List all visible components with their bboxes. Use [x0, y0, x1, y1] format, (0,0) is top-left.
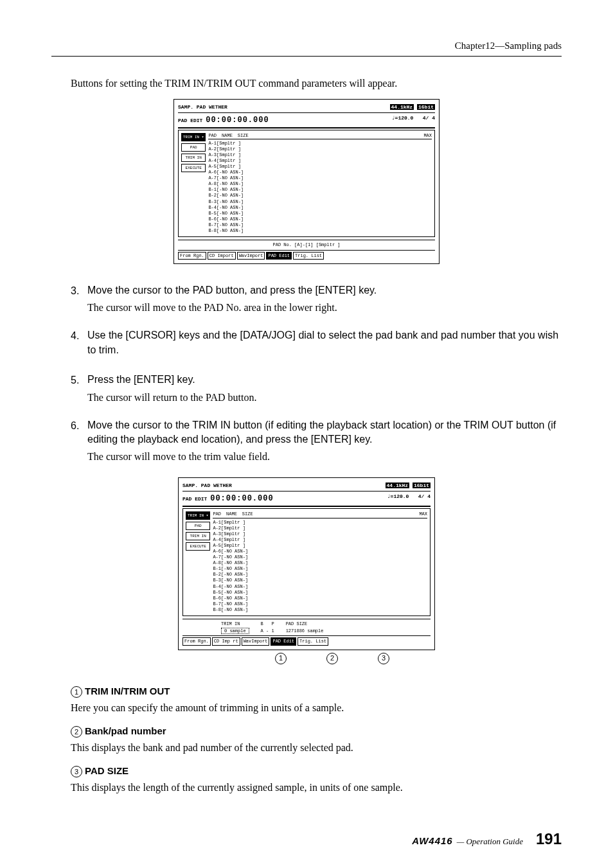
- footer-brand: AW4416: [412, 834, 453, 849]
- lcd-songname: WETHER: [209, 104, 227, 110]
- footer-page-number: 191: [536, 828, 562, 851]
- lcd-btn-execute[interactable]: EXECUTE: [186, 542, 210, 551]
- lcd-row: B-7[-NO ASN-]: [213, 601, 427, 607]
- lcd-tab-cd-import[interactable]: CD Imp rt: [212, 637, 240, 646]
- step-6: 6. Move the cursor to the TRIM IN button…: [51, 418, 562, 465]
- lcd-btn-trim-in-dropdown[interactable]: TRIM IN ▾: [186, 511, 210, 520]
- definition-1: 1 TRIM IN/TRIM OUT Here you can specify …: [71, 684, 562, 716]
- definition-label: Bank/pad number: [85, 725, 166, 736]
- footer-guide: — Operation Guide: [457, 835, 523, 848]
- lcd-timecode: 00:00:00.000: [210, 494, 273, 503]
- annotation-pointers: 1 2 3: [178, 653, 435, 664]
- step-5: 5. Press the [ENTER] key. The cursor wil…: [51, 373, 562, 405]
- lcd-row: A-2[Smpltr ]: [213, 526, 427, 531]
- lcd-row: A-5[Smpltr ]: [213, 543, 427, 549]
- page-footer: AW4416 — Operation Guide 191: [51, 828, 562, 851]
- lcd-tab-wav-import[interactable]: WavImport: [237, 252, 265, 260]
- lcd-col-size: SIZE: [242, 511, 253, 517]
- definition-2: 2 Bank/pad number This displays the bank…: [71, 723, 562, 756]
- lcd-rate: 44.1kHz: [386, 483, 410, 488]
- step-description: The cursor will move to the trim value f…: [87, 449, 562, 465]
- lcd-row: A-8[-NO ASN-]: [208, 181, 432, 187]
- lcd-col-pad: PAD: [213, 511, 221, 517]
- trim-in-label: TRIM IN: [221, 621, 240, 626]
- lcd-tab-pad-edit[interactable]: PAD Edit: [271, 637, 296, 646]
- definition-label: PAD SIZE: [85, 765, 129, 776]
- lcd-row: A-7[-NO ASN-]: [208, 175, 432, 181]
- lcd-row: B-1[-NO ASN-]: [213, 566, 427, 572]
- lcd-row: B-4[-NO ASN-]: [208, 205, 432, 211]
- step-number: 4.: [71, 328, 87, 360]
- definition-3: 3 PAD SIZE This displays the length of t…: [71, 763, 562, 795]
- lcd-row: A-8[-NO ASN-]: [213, 560, 427, 566]
- lcd-row: A-7[-NO ASN-]: [213, 554, 427, 560]
- lcd-tempo: ♩=120.0: [392, 115, 414, 121]
- lcd-btn-trim-in[interactable]: TRIM IN: [186, 532, 210, 540]
- lcd-tab-cd-import[interactable]: CD Import: [208, 252, 236, 260]
- annotation-marker-1: 1: [275, 653, 287, 664]
- chapter-header: Chapter12—Sampling pads: [51, 39, 562, 53]
- header-rule: [51, 56, 562, 57]
- lcd-row: A-5[Smpltr ]: [208, 164, 432, 170]
- lcd-timecode: 00:00:00.000: [206, 116, 269, 125]
- lcd-row: B-7[-NO ASN-]: [208, 222, 432, 228]
- step-number: 6.: [71, 418, 87, 465]
- step-description: The cursor will return to the PAD button…: [87, 390, 562, 405]
- lcd-btn-pad[interactable]: PAD: [181, 143, 206, 152]
- lcd-tempo: ♩=120.0: [387, 493, 409, 499]
- lcd-bits: 16bit: [417, 104, 435, 110]
- pad-size-label: PAD SIZE: [286, 621, 308, 626]
- bank-pad-value: A - 1: [261, 628, 274, 633]
- lcd-pad-no-footer: PAD No. [A]-[1] [Smpltr ]: [178, 240, 435, 249]
- definition-text: This displays the length of the currentl…: [71, 780, 562, 795]
- lcd-btn-trim-in[interactable]: TRIM IN: [181, 154, 206, 162]
- lcd-songname: WETHER: [213, 483, 232, 488]
- lcd-title-2: PAD EDIT: [178, 118, 202, 123]
- lcd-tab-wav-import[interactable]: WavImport: [242, 637, 270, 646]
- definition-text: This displays the bank and pad number of…: [71, 740, 562, 756]
- lcd-btn-trim-in-dropdown[interactable]: TRIM IN ▾: [181, 133, 206, 141]
- lcd-tab-from-rgn[interactable]: From Rgn.: [182, 637, 211, 646]
- lcd-col-max: MAX: [419, 511, 427, 517]
- lcd-row: B-3[-NO ASN-]: [213, 578, 427, 583]
- lcd-col-pad: PAD: [208, 133, 217, 139]
- lcd-meter: 4/ 4: [418, 493, 431, 499]
- lcd-tab-from-rgn[interactable]: From Rgn.: [178, 252, 206, 260]
- trim-in-value[interactable]: 0 sample: [221, 628, 249, 634]
- lcd-row: A-3[Smpltr ]: [208, 152, 432, 158]
- lcd-col-size: SIZE: [238, 133, 249, 139]
- lcd-row: B-6[-NO ASN-]: [208, 217, 432, 222]
- lcd-row: A-1[Smpltr ]: [213, 520, 427, 526]
- lcd-meter: 4/ 4: [423, 115, 435, 121]
- definition-text: Here you can specify the amount of trimm…: [71, 700, 562, 716]
- lcd-row: A-6[-NO ASN-]: [213, 549, 427, 554]
- step-3: 3. Move the cursor to the PAD button, an…: [51, 283, 562, 315]
- lcd-row: A-4[Smpltr ]: [213, 537, 427, 543]
- step-number: 3.: [71, 283, 87, 315]
- lcd-btn-pad[interactable]: PAD: [186, 522, 210, 530]
- lcd-row: B-2[-NO ASN-]: [213, 572, 427, 578]
- lcd-tab-pad-edit[interactable]: PAD Edit: [266, 252, 292, 260]
- lcd-row: B-5[-NO ASN-]: [208, 211, 432, 217]
- lcd-bits: 16bit: [413, 483, 431, 488]
- label-p: P: [271, 621, 274, 626]
- lcd-pad-list: PAD NAME SIZE MAX A-1[Smpltr ] A-2[Smplt…: [208, 133, 432, 235]
- definition-marker-1: 1: [71, 686, 82, 698]
- lcd-pad-list: PAD NAME SIZE MAX A-1[Smpltr ] A-2[Smplt…: [213, 511, 427, 613]
- lcd-title-2: PAD EDIT: [182, 496, 207, 502]
- lcd-btn-execute[interactable]: EXECUTE: [181, 164, 206, 172]
- screenshot-pad-edit-2-wrapper: SAMP. PAD WETHER 44.1kHz 16bit PAD EDIT …: [178, 477, 435, 664]
- step-title: Use the [CURSOR] keys and the [DATA/JOG]…: [87, 328, 562, 357]
- lcd-tab-trig-list[interactable]: Trig. List: [293, 252, 324, 260]
- lcd-col-name: NAME: [222, 133, 233, 139]
- step-number: 5.: [71, 373, 87, 405]
- step-title: Press the [ENTER] key.: [87, 373, 562, 387]
- lcd-tab-trig-list[interactable]: Trig. List: [298, 637, 328, 646]
- intro-text: Buttons for setting the TRIM IN/TRIM OUT…: [51, 76, 562, 91]
- definition-marker-2: 2: [71, 726, 82, 738]
- definition-marker-3: 3: [71, 766, 82, 777]
- lcd-row: B-6[-NO ASN-]: [213, 596, 427, 601]
- step-description: The cursor will move to the PAD No. area…: [87, 300, 562, 315]
- lcd-rate: 44.1kHz: [390, 104, 414, 110]
- step-4: 4. Use the [CURSOR] keys and the [DATA/J…: [51, 328, 562, 360]
